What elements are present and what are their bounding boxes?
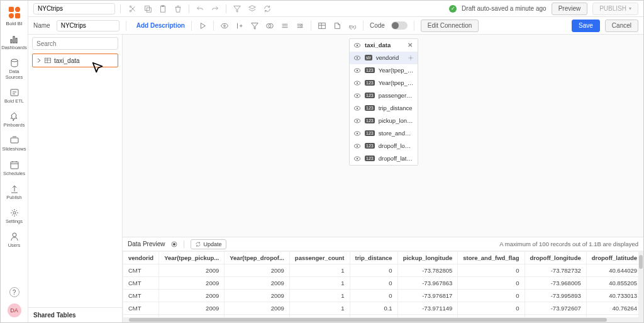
horizontal-scrollbar[interactable] (123, 317, 643, 322)
play-icon[interactable] (198, 21, 207, 30)
svg-point-41 (357, 132, 358, 133)
column-header[interactable]: pickup_longitude (397, 252, 458, 264)
rail-data-sources[interactable]: Data Sources (1, 54, 28, 84)
save-button[interactable]: Save (572, 20, 600, 32)
eye-icon (353, 117, 361, 125)
eye-icon (353, 67, 361, 74)
vertical-scrollbar[interactable] (638, 251, 643, 317)
table-cell: 0 (350, 290, 397, 302)
rail-users[interactable]: Users (1, 228, 28, 252)
table-icon (44, 57, 52, 64)
column-header[interactable]: Year(tpep_dropof... (225, 252, 290, 264)
nav-rail: Bold BI Dashboards Data Sources Bold ETL… (1, 1, 28, 322)
filter-icon[interactable] (250, 21, 259, 30)
column-header[interactable]: trip_distance (350, 252, 397, 264)
refresh-icon[interactable] (263, 4, 272, 13)
shared-tables-header[interactable]: Shared Tables (28, 307, 122, 322)
svg-point-33 (357, 82, 358, 83)
table-cell: 0 (350, 264, 397, 277)
field-row[interactable]: 123passenger_count (350, 89, 418, 102)
column-header[interactable]: Year(tpep_pickup... (159, 252, 225, 264)
svg-rect-24 (45, 58, 51, 63)
panel-header[interactable]: taxi_data ✕ (350, 39, 418, 52)
svg-point-16 (221, 23, 228, 28)
datasource-title-input[interactable] (33, 3, 115, 14)
avatar[interactable]: DA (8, 303, 21, 317)
export-icon[interactable] (333, 21, 341, 30)
svg-rect-3 (14, 13, 19, 18)
field-row[interactable]: 123pickup_longitude (350, 115, 418, 127)
rail-slideshows[interactable]: Slideshows (1, 132, 28, 156)
table-cell: 2009 (159, 277, 225, 290)
table-cell: 2009 (225, 264, 290, 277)
svg-rect-5 (11, 89, 18, 96)
close-icon[interactable]: ✕ (408, 42, 414, 48)
rail-pinboards[interactable]: Pinboards (1, 108, 28, 132)
field-row[interactable]: 123Year(tpep_dropof... (350, 77, 418, 89)
rail-publish[interactable]: Publish (1, 180, 28, 204)
table-row: CMT2009200910-73.9678630-73.96800540.855… (123, 277, 644, 290)
join-icon[interactable] (265, 21, 274, 30)
type-badge: 123 (365, 130, 375, 136)
field-row[interactable]: 123dropoff_latitude (350, 152, 418, 165)
design-canvas[interactable]: taxi_data ✕ strvendorid123Year(tpep_pick… (123, 35, 643, 237)
preview-button[interactable]: Preview (552, 3, 588, 15)
column-header[interactable]: dropoff_latitude (586, 252, 642, 264)
radio-icon[interactable] (171, 241, 177, 247)
redo-icon[interactable] (211, 4, 219, 13)
svg-point-4 (11, 59, 18, 62)
undo-icon[interactable] (196, 4, 204, 13)
table-cell: 40.733013 (586, 290, 642, 302)
pin-icon (9, 111, 19, 122)
field-row[interactable]: 123trip_distance (350, 102, 418, 115)
settings-icon[interactable] (296, 21, 304, 30)
search-box[interactable] (32, 37, 118, 50)
eye-icon (353, 79, 361, 87)
copy-icon[interactable] (143, 4, 152, 13)
publish-button[interactable]: PUBLISH▾ (592, 3, 638, 15)
cancel-button[interactable]: Cancel (605, 20, 638, 32)
name-input[interactable] (57, 20, 119, 31)
preview-table-wrap[interactable]: vendoridYear(tpep_pickup...Year(tpep_dro… (123, 251, 643, 317)
refresh-icon (195, 241, 201, 247)
cut-icon[interactable] (128, 4, 137, 13)
field-row[interactable]: 123dropoff_longitude (350, 140, 418, 152)
rail-schedules[interactable]: Schedules (1, 156, 28, 180)
tree-node-taxi-data[interactable]: taxi_data (32, 54, 118, 67)
column-header[interactable]: dropoff_longitude (525, 252, 586, 264)
eye-icon (353, 142, 361, 150)
update-button[interactable]: Update (191, 239, 226, 249)
rail-settings[interactable]: Settings (1, 204, 28, 228)
column-header[interactable]: passenger_count (289, 252, 350, 264)
add-description-link[interactable]: Add Description (136, 22, 185, 29)
code-toggle[interactable] (391, 21, 408, 30)
svg-point-17 (224, 25, 226, 26)
rail-bold-etl[interactable]: Bold ETL (1, 84, 28, 108)
view-icon[interactable] (220, 21, 229, 30)
slideshow-icon (9, 135, 19, 145)
add-column-icon[interactable] (235, 21, 244, 30)
help-icon[interactable]: ? (9, 287, 19, 297)
logo-icon (8, 6, 21, 20)
field-name: pickup_longitude (379, 117, 414, 124)
gear-icon[interactable] (408, 55, 414, 61)
table-cell: 2009 (225, 290, 290, 302)
column-header[interactable]: store_and_fwd_flag (458, 252, 525, 264)
delete-icon[interactable] (174, 4, 182, 13)
expression-icon[interactable] (280, 21, 289, 30)
filter-icon[interactable] (233, 4, 242, 13)
table-icon[interactable] (318, 21, 326, 30)
field-row[interactable]: 123Year(tpep_pickup... (350, 64, 418, 77)
svg-point-39 (357, 120, 358, 121)
rail-dashboards[interactable]: Dashboards (1, 30, 28, 54)
edit-connection-button[interactable]: Edit Connection (421, 20, 479, 32)
function-icon[interactable]: f(x) (348, 21, 357, 30)
layers-icon[interactable] (248, 4, 257, 13)
search-input[interactable] (36, 40, 116, 47)
field-row[interactable]: 123store_and_fwd_fl... (350, 127, 418, 140)
field-row[interactable]: strvendorid (350, 52, 418, 64)
table-cell: 0 (458, 264, 525, 277)
column-header[interactable]: vendorid (123, 252, 159, 264)
paste-icon[interactable] (158, 4, 167, 13)
calendar-icon (9, 160, 19, 170)
